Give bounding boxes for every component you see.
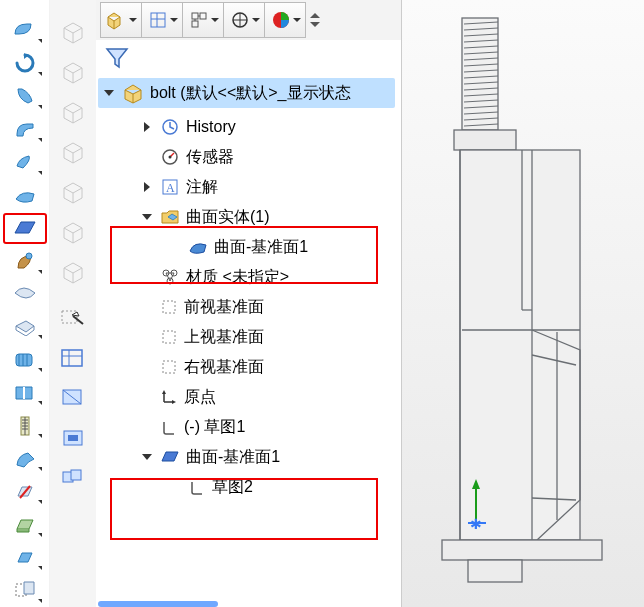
knit-surface-button[interactable] bbox=[3, 344, 47, 375]
material-node[interactable]: 材质 <未指定> bbox=[96, 262, 401, 292]
tree-tabs bbox=[96, 0, 401, 40]
trim-surface-button[interactable] bbox=[3, 377, 47, 408]
expander-icon[interactable] bbox=[140, 214, 154, 220]
svg-rect-20 bbox=[71, 470, 81, 480]
display-manager-icon bbox=[271, 10, 291, 30]
dropdown-icon bbox=[38, 368, 42, 372]
sketch2-node[interactable]: 草图2 bbox=[96, 472, 401, 502]
plane-icon bbox=[160, 358, 178, 376]
cube-placeholder-button[interactable] bbox=[55, 94, 91, 130]
delete-face-button[interactable] bbox=[3, 476, 47, 507]
cube-placeholder-button[interactable] bbox=[55, 54, 91, 90]
expander-icon[interactable] bbox=[140, 182, 154, 192]
display-manager-button[interactable] bbox=[55, 460, 91, 496]
feature-manager-icon bbox=[105, 9, 127, 31]
history-icon bbox=[160, 117, 180, 137]
ruled-surface-button[interactable] bbox=[3, 279, 47, 310]
folder-surface-icon bbox=[160, 207, 180, 227]
thicken-surface-button[interactable] bbox=[3, 509, 47, 540]
dropdown-icon bbox=[38, 39, 42, 43]
dropdown-icon bbox=[38, 335, 42, 339]
root-label: bolt (默认<<默认>_显示状态 bbox=[150, 83, 351, 104]
expander-icon[interactable] bbox=[140, 122, 154, 132]
flatten-surface-button[interactable] bbox=[3, 312, 47, 343]
sensors-icon bbox=[160, 147, 180, 167]
front-plane-node[interactable]: 前视基准面 bbox=[96, 292, 401, 322]
dimxpert-manager-tab[interactable] bbox=[223, 2, 265, 38]
cube-placeholder-button[interactable] bbox=[55, 214, 91, 250]
surface-plane1-body-node[interactable]: 曲面-基准面1 bbox=[96, 232, 401, 262]
annotations-icon: A bbox=[160, 177, 180, 197]
cube-placeholder-button[interactable] bbox=[55, 134, 91, 170]
origin-node[interactable]: 原点 bbox=[96, 382, 401, 412]
section-view-button[interactable] bbox=[55, 420, 91, 456]
dropdown-icon bbox=[38, 138, 42, 142]
top-plane-node[interactable]: 上视基准面 bbox=[96, 322, 401, 352]
sketch-icon bbox=[188, 478, 206, 496]
fill-surface-button[interactable] bbox=[3, 246, 47, 277]
right-plane-label: 右视基准面 bbox=[184, 357, 264, 378]
property-manager-tab[interactable] bbox=[141, 2, 183, 38]
surface-plane1-feature-label: 曲面-基准面1 bbox=[186, 447, 280, 468]
hide-show-button[interactable] bbox=[55, 380, 91, 416]
property-manager-icon bbox=[148, 10, 168, 30]
history-node[interactable]: History bbox=[96, 112, 401, 142]
dropdown-icon bbox=[38, 401, 42, 405]
zip-surface-button[interactable] bbox=[3, 410, 47, 441]
configuration-manager-tab[interactable] bbox=[182, 2, 224, 38]
loft-tool-button[interactable] bbox=[3, 81, 47, 112]
origin-label: 原点 bbox=[184, 387, 216, 408]
display-manager-tab[interactable] bbox=[264, 2, 306, 38]
horizontal-scroll-thumb[interactable] bbox=[98, 601, 218, 607]
expander-icon[interactable] bbox=[140, 454, 154, 460]
svg-text:A: A bbox=[166, 181, 175, 195]
dropdown-icon bbox=[293, 18, 301, 22]
cube-placeholder-button[interactable] bbox=[55, 174, 91, 210]
graphics-viewport[interactable]: ✱ bbox=[402, 0, 644, 607]
feature-manager-tab[interactable] bbox=[100, 2, 142, 38]
dimxpert-icon bbox=[230, 10, 250, 30]
dropdown-icon bbox=[38, 105, 42, 109]
funnel-icon[interactable] bbox=[104, 45, 130, 71]
surface-bodies-node[interactable]: 曲面实体(1) bbox=[96, 202, 401, 232]
display-pane-button[interactable] bbox=[55, 340, 91, 376]
right-plane-node[interactable]: 右视基准面 bbox=[96, 352, 401, 382]
boundary-surface-button[interactable] bbox=[3, 114, 47, 145]
dropdown-icon bbox=[38, 270, 42, 274]
extend-surface-button[interactable] bbox=[3, 443, 47, 474]
sweep-tool-button[interactable] bbox=[3, 15, 47, 46]
tree-root-node[interactable]: bolt (默认<<默认>_显示状态 bbox=[98, 78, 395, 108]
dropdown-icon bbox=[38, 467, 42, 471]
surface-tool-button[interactable] bbox=[3, 542, 47, 573]
dropdown-icon bbox=[38, 72, 42, 76]
reference-geometry-button[interactable] bbox=[3, 575, 47, 606]
dropdown-icon bbox=[170, 18, 178, 22]
revolve-tool-button[interactable] bbox=[3, 48, 47, 79]
planar-surface-button[interactable] bbox=[3, 180, 47, 211]
svg-rect-42 bbox=[163, 331, 175, 343]
dropdown-icon bbox=[252, 18, 260, 22]
origin-icon bbox=[160, 388, 178, 406]
cube-placeholder-button[interactable] bbox=[55, 14, 91, 50]
tabs-more-button[interactable] bbox=[306, 2, 320, 38]
svg-rect-21 bbox=[151, 13, 165, 27]
sketch1-node[interactable]: (-) 草图1 bbox=[96, 412, 401, 442]
plane-icon bbox=[160, 298, 178, 316]
offset-surface-button[interactable] bbox=[3, 147, 47, 178]
dropdown-icon bbox=[129, 18, 137, 22]
expander-icon[interactable] bbox=[102, 90, 116, 96]
dropdown-icon bbox=[38, 566, 42, 570]
feature-toolbar bbox=[0, 0, 50, 607]
material-label: 材质 <未指定> bbox=[186, 267, 289, 288]
selection-filter-button[interactable] bbox=[55, 300, 91, 336]
feature-tree-body: bolt (默认<<默认>_显示状态 History 传感器 A 注解 曲面实体… bbox=[96, 76, 401, 607]
sensors-node[interactable]: 传感器 bbox=[96, 142, 401, 172]
dropdown-icon bbox=[38, 434, 42, 438]
history-label: History bbox=[186, 118, 236, 136]
svg-rect-18 bbox=[68, 435, 78, 441]
surface-plane1-feature-node[interactable]: 曲面-基准面1 bbox=[96, 442, 401, 472]
cube-placeholder-button[interactable] bbox=[55, 254, 91, 290]
annotations-node[interactable]: A 注解 bbox=[96, 172, 401, 202]
svg-rect-25 bbox=[200, 13, 206, 19]
planar-surface-selected-button[interactable] bbox=[3, 213, 47, 244]
